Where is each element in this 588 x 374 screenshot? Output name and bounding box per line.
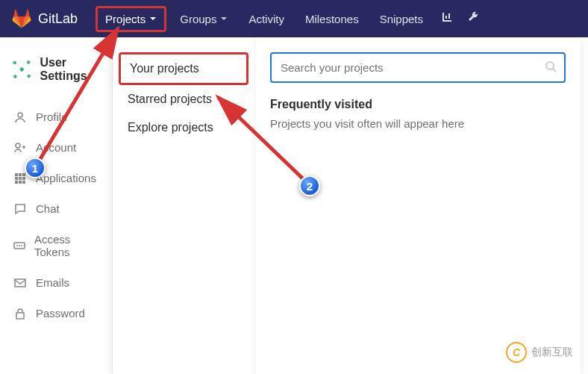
svg-rect-8 — [15, 173, 18, 176]
watermark-icon: C — [506, 342, 527, 363]
svg-point-7 — [16, 143, 20, 148]
dropdown-explore-projects[interactable]: Explore projects — [113, 113, 254, 142]
sidebar-item-applications[interactable]: Applications — [0, 163, 112, 193]
search-icon — [545, 60, 557, 75]
dropdown-your-projects[interactable]: Your projects — [119, 52, 248, 85]
frequently-visited-text: Projects you visit often will appear her… — [270, 117, 566, 130]
svg-rect-16 — [22, 181, 25, 184]
sidebar-item-label: Chat — [36, 202, 60, 215]
nav-projects[interactable]: Projects — [96, 6, 166, 32]
nav-groups-label: Groups — [180, 13, 216, 25]
sidebar-item-password[interactable]: Password — [0, 298, 112, 328]
svg-rect-12 — [19, 177, 22, 180]
nav-milestones[interactable]: Milestones — [295, 5, 369, 33]
svg-rect-19 — [16, 313, 24, 319]
svg-rect-13 — [22, 177, 25, 180]
svg-rect-11 — [15, 177, 18, 180]
mail-icon — [13, 277, 27, 289]
annotation-badge-2: 2 — [299, 175, 320, 196]
svg-rect-10 — [22, 173, 25, 176]
projects-dropdown: Your projects Starred projects Explore p… — [112, 37, 581, 374]
sidebar-item-profile[interactable]: Profile — [0, 102, 112, 132]
nav-activity[interactable]: Activity — [238, 5, 295, 33]
sidebar-item-label: Account — [36, 141, 76, 154]
search-input[interactable] — [270, 52, 566, 83]
gitlab-logo-icon — [11, 8, 32, 29]
chevron-down-icon — [149, 15, 157, 22]
sidebar-item-label: Applications — [36, 172, 96, 184]
svg-rect-14 — [15, 181, 18, 184]
nav-chart-icon[interactable] — [434, 4, 460, 34]
sidebar-header: User Settings — [0, 49, 112, 90]
brand[interactable]: GitLab — [11, 8, 78, 29]
user-icon — [13, 111, 27, 123]
sidebar-item-label: Emails — [36, 276, 69, 289]
content-area: User Settings Profile Account Applicatio… — [0, 37, 588, 374]
nav-groups[interactable]: Groups — [169, 5, 238, 33]
account-icon — [13, 142, 27, 154]
dropdown-right-panel: Frequently visited Projects you visit of… — [254, 37, 581, 374]
nav-projects-label: Projects — [105, 13, 146, 25]
nav-snippets[interactable]: Snippets — [369, 5, 434, 33]
wrench-icon — [468, 11, 480, 23]
svg-point-20 — [546, 62, 554, 69]
brand-text: GitLab — [38, 11, 78, 27]
nav-wrench-icon[interactable] — [460, 4, 487, 34]
sidebar-item-tokens[interactable]: Access Tokens — [0, 224, 112, 267]
chart-icon — [441, 11, 453, 23]
sidebar-item-account[interactable]: Account — [0, 132, 112, 163]
sidebar-item-emails[interactable]: Emails — [0, 267, 112, 298]
svg-point-6 — [18, 113, 22, 117]
frequently-visited-title: Frequently visited — [270, 98, 566, 111]
page-title: User Settings — [40, 56, 101, 83]
sidebar-item-label: Access Tokens — [34, 233, 98, 258]
watermark: C 创新互联 — [506, 342, 573, 363]
svg-rect-18 — [15, 279, 25, 287]
chat-icon — [13, 203, 27, 215]
chevron-down-icon — [220, 15, 228, 22]
svg-rect-9 — [19, 173, 22, 176]
annotation-badge-1: 1 — [25, 158, 46, 178]
dropdown-starred-projects[interactable]: Starred projects — [113, 85, 254, 113]
svg-rect-15 — [19, 181, 22, 184]
sidebar-item-label: Profile — [36, 110, 68, 123]
watermark-text: 创新互联 — [531, 346, 573, 359]
sidebar: User Settings Profile Account Applicatio… — [0, 37, 112, 374]
dropdown-left-panel: Your projects Starred projects Explore p… — [113, 37, 254, 374]
lock-icon — [13, 308, 27, 320]
search-wrapper — [270, 52, 566, 83]
sidebar-items: Profile Account Applications Chat Access… — [0, 102, 112, 328]
token-icon — [13, 240, 25, 252]
apps-icon — [13, 172, 27, 184]
top-navbar: GitLab Projects Groups Activity Mileston… — [0, 0, 588, 37]
sidebar-item-chat[interactable]: Chat — [0, 193, 112, 224]
user-avatar-icon — [11, 56, 32, 83]
sidebar-item-label: Password — [36, 307, 85, 320]
